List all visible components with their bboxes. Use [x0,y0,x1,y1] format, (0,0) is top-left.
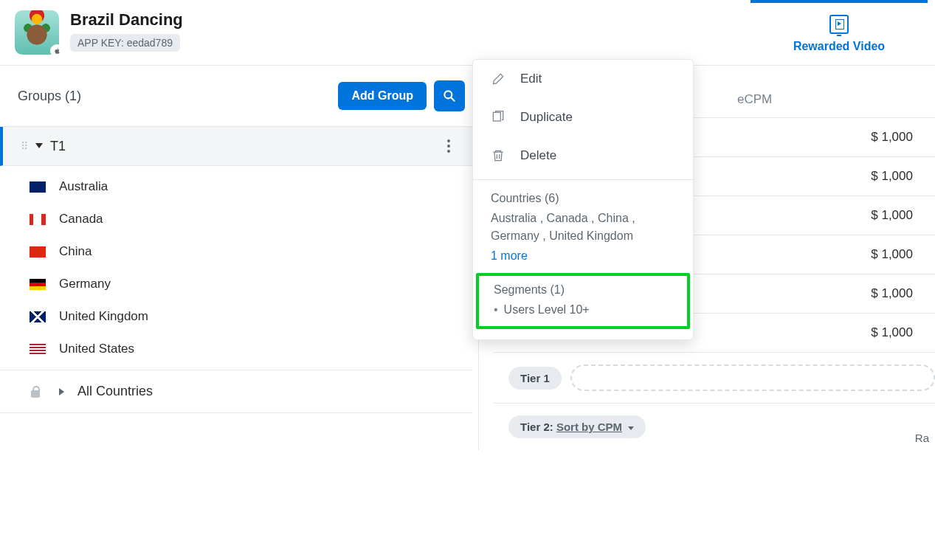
chevron-down-icon [628,426,634,430]
chevron-right-icon [59,388,64,395]
all-countries-row[interactable]: All Countries [0,370,472,413]
tier1-chip[interactable]: Tier 1 [508,367,562,390]
group-context-menu: Edit Duplicate Delete Countries (6) Aust… [472,59,694,340]
popover-countries-heading: Countries (6) [491,192,675,205]
tier1-dropzone[interactable] [570,364,935,391]
search-button[interactable] [434,80,465,111]
popover-segments-highlight: Segments (1) •Users Level 10+ [476,273,690,329]
tier2-chip[interactable]: Tier 2: Sort by CPM [508,415,646,438]
truncated-text: Ra [915,432,929,444]
app-key-chip: APP KEY: eedad789 [70,34,180,52]
tab-rewarded-video[interactable]: Rewarded Video [751,0,928,53]
popover-countries-list: Australia , Canada , China , Germany , U… [491,210,675,245]
pencil-icon [491,72,506,86]
flag-au-icon [30,182,46,193]
sort-by-cpm-link[interactable]: Sort by CPM [556,421,622,433]
popover-segments-item: •Users Level 10+ [494,301,672,319]
groups-header: Groups (1) [18,89,81,104]
country-item[interactable]: China [0,235,472,268]
flag-us-icon [30,344,46,355]
search-icon [442,89,457,103]
group-name: T1 [50,139,66,154]
apple-icon [50,44,63,58]
country-item[interactable]: Germany [0,268,472,300]
country-item[interactable]: United States [0,333,472,365]
country-item[interactable]: Australia [0,170,472,203]
flag-ca-icon [30,214,46,225]
menu-item-edit[interactable]: Edit [473,60,693,98]
flag-gb-icon [30,311,46,322]
svg-line-1 [452,98,455,101]
rewarded-video-icon [829,15,849,34]
group-row[interactable]: ⠿ T1 [0,127,472,166]
menu-item-duplicate[interactable]: Duplicate [473,98,693,136]
drag-handle-icon[interactable]: ⠿ [21,140,27,152]
country-list: Australia Canada China Germany United Ki… [0,166,472,370]
flag-cn-icon [30,246,46,257]
menu-item-delete[interactable]: Delete [473,136,693,175]
country-item[interactable]: United Kingdom [0,300,472,333]
svg-rect-2 [493,112,500,121]
lock-icon [30,386,41,398]
popover-countries-more-link[interactable]: 1 more [491,249,528,263]
popover-segments-heading: Segments (1) [494,283,672,297]
flag-de-icon [30,279,46,290]
duplicate-icon [491,110,506,125]
trash-icon [491,148,506,163]
app-title: Brazil Dancing [70,10,183,30]
add-group-button[interactable]: Add Group [338,82,427,110]
more-menu-button[interactable] [440,137,458,155]
chevron-down-icon[interactable] [35,143,43,148]
country-item[interactable]: Canada [0,203,472,235]
ecpm-column-header: eCPM [737,92,772,106]
